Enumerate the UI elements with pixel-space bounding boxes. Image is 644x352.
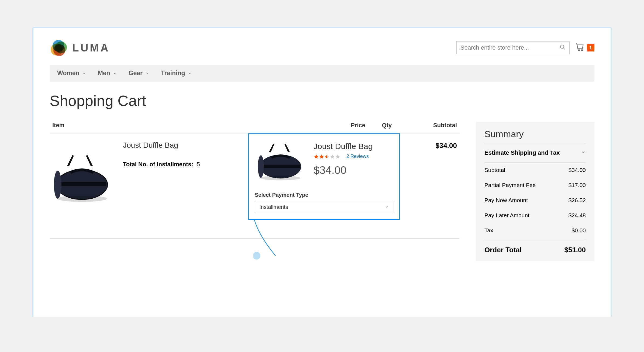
overlay-right: Joust Duffle Bag 2 Reviews	[314, 139, 393, 176]
chevron-down-icon	[385, 204, 389, 210]
svg-marker-15	[319, 154, 324, 158]
svg-point-9	[253, 252, 260, 260]
svg-point-7	[54, 171, 61, 199]
chevron-down-icon	[145, 71, 149, 75]
rating-stars-icon	[314, 154, 340, 159]
payment-type-select[interactable]: Installments	[255, 201, 393, 213]
summary-line: Subtotal $34.00	[484, 163, 586, 178]
summary-line-label: Pay Now Amount	[484, 197, 528, 203]
payment-type-value: Installments	[259, 204, 288, 210]
nav-label: Training	[161, 70, 185, 77]
total-label: Order Total	[484, 246, 522, 254]
nav-label: Men	[98, 70, 110, 77]
summary-line-value: $0.00	[571, 227, 586, 234]
svg-point-13	[261, 176, 300, 180]
header-right: 1	[456, 41, 594, 54]
summary-line-label: Subtotal	[484, 167, 505, 173]
content-columns: Item Price Qty Subtotal	[50, 122, 594, 261]
logo[interactable]: LUMA	[50, 39, 110, 57]
cart-icon	[576, 43, 585, 53]
cart-table-header: Item Price Qty Subtotal	[50, 122, 460, 133]
nav-item-gear[interactable]: Gear	[129, 70, 149, 77]
nav-item-men[interactable]: Men	[98, 70, 117, 77]
installments-label: Total No. of Installments:	[123, 161, 193, 168]
summary-line-label: Pay Later Amount	[484, 212, 529, 219]
brand-name: LUMA	[72, 42, 110, 54]
page-title: Shopping Cart	[50, 92, 594, 109]
search-icon[interactable]	[560, 44, 566, 51]
col-price: Price	[322, 122, 365, 129]
overlay-meta: 2 Reviews	[314, 154, 393, 159]
summary-line-value: $17.00	[569, 182, 586, 188]
search-input[interactable]	[460, 44, 560, 51]
col-qty: Qty	[365, 122, 408, 129]
chevron-down-icon	[113, 71, 117, 75]
product-image[interactable]	[52, 147, 114, 209]
svg-marker-17	[330, 154, 335, 158]
estimate-label: Estimate Shipping and Tax	[484, 149, 560, 156]
summary-line: Tax $0.00	[484, 223, 586, 238]
summary-line-value: $24.48	[569, 212, 586, 219]
main-nav: Women Men Gear Training	[50, 65, 594, 82]
product-detail-overlay: Joust Duffle Bag 2 Reviews	[248, 133, 400, 220]
summary-panel: Summary Estimate Shipping and Tax Subtot…	[476, 122, 594, 261]
svg-point-0	[560, 45, 564, 49]
summary-line-value: $26.52	[569, 197, 586, 203]
svg-rect-6	[58, 182, 106, 186]
col-item: Item	[52, 122, 322, 129]
nav-label: Women	[57, 70, 80, 77]
app-window: LUMA 1 Women Men	[32, 27, 612, 317]
svg-rect-11	[261, 165, 300, 168]
svg-marker-14	[314, 154, 319, 158]
svg-point-2	[578, 50, 580, 51]
payment-type-label: Select Payment Type	[255, 192, 393, 198]
mini-cart[interactable]: 1	[576, 43, 594, 53]
svg-line-1	[563, 48, 565, 49]
nav-label: Gear	[129, 70, 143, 77]
overlay-product-name[interactable]: Joust Duffle Bag	[314, 142, 393, 151]
cell-subtotal: $34.00	[408, 140, 457, 238]
svg-marker-18	[336, 154, 340, 158]
chevron-down-icon	[188, 71, 192, 75]
svg-point-8	[57, 195, 107, 202]
header: LUMA 1	[50, 37, 594, 63]
chevron-down-icon	[581, 149, 586, 156]
cart-count-badge: 1	[587, 44, 594, 51]
total-value: $51.00	[564, 246, 586, 254]
svg-point-12	[258, 155, 264, 178]
cart-table: Item Price Qty Subtotal	[50, 122, 460, 239]
summary-total: Order Total $51.00	[484, 240, 586, 254]
chevron-down-icon	[82, 71, 86, 75]
svg-point-3	[581, 50, 583, 51]
search-box[interactable]	[456, 41, 570, 54]
reviews-link[interactable]: 2 Reviews	[346, 154, 369, 159]
svg-marker-16	[325, 154, 329, 158]
overlay-price: $34.00	[314, 164, 393, 176]
summary-line: Pay Now Amount $26.52	[484, 193, 586, 208]
summary-line-value: $34.00	[569, 167, 586, 173]
overlay-product-image	[255, 139, 309, 185]
summary-line: Pay Later Amount $24.48	[484, 208, 586, 223]
nav-item-women[interactable]: Women	[57, 70, 86, 77]
summary-title: Summary	[484, 129, 586, 143]
logo-mark-icon	[50, 39, 67, 57]
installments-value: 5	[197, 161, 200, 168]
overlay-top: Joust Duffle Bag 2 Reviews	[255, 139, 393, 185]
summary-line-label: Partial Payment Fee	[484, 182, 536, 188]
col-subtotal: Subtotal	[408, 122, 457, 129]
nav-item-training[interactable]: Training	[161, 70, 191, 77]
cart-row: Joust Duffle Bag Total No. of Installmen…	[50, 133, 460, 239]
summary-line: Partial Payment Fee $17.00	[484, 178, 586, 193]
estimate-shipping-toggle[interactable]: Estimate Shipping and Tax	[484, 143, 586, 163]
summary-line-label: Tax	[484, 227, 493, 234]
